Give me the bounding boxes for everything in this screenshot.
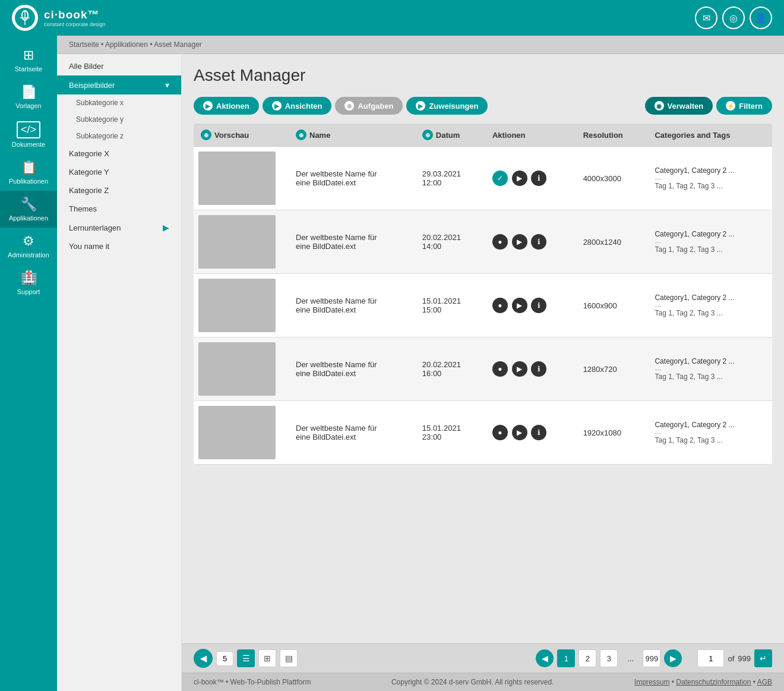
circle-action-btn[interactable]: ● [492, 298, 508, 313]
circle-action-btn[interactable]: ● [492, 234, 508, 250]
page-2-btn[interactable]: 2 [578, 649, 596, 667]
page-1-btn[interactable]: 1 [557, 649, 575, 667]
verwalten-button[interactable]: ◉ Verwalten [645, 97, 713, 115]
sidebar-item-subkategorie-y[interactable]: Subkategorie y [57, 111, 181, 128]
view-compact-btn[interactable]: ▤ [280, 649, 298, 667]
file-name: Der weltbeste Name für eine BildDatei.ex… [296, 233, 408, 251]
cat-cell: Category1, Category 2 ... --- Tag 1, Tag… [647, 274, 772, 337]
user-icon-btn[interactable]: 👤 [750, 7, 772, 29]
sidebar-item-kategorie-z[interactable]: Kategorie Z [57, 181, 181, 200]
sidebar-item-alle-bilder[interactable]: Alle Bilder [57, 57, 181, 75]
page-ellipsis: ... [621, 649, 639, 667]
zuweisungen-button[interactable]: ▶ Zuweisungen [406, 97, 488, 115]
breadcrumb-bar: Startseite • Applikationen • Asset Manag… [57, 36, 784, 54]
page-3-btn[interactable]: 3 [600, 649, 618, 667]
sidebar-item-vorlagen[interactable]: 📄 Vorlagen [0, 78, 57, 115]
info-action-btn[interactable]: ℹ [531, 171, 546, 186]
cat-cell: Category1, Category 2 ... --- Tag 1, Tag… [647, 210, 772, 274]
sidebar-item-startseite[interactable]: ⊞ Startseite [0, 42, 57, 78]
actions-cell: ● ▶ ℹ [485, 337, 576, 401]
info-action-btn[interactable]: ℹ [531, 425, 546, 440]
impressum-link[interactable]: Impressum [634, 678, 669, 686]
chevron-right-icon: ▶ [163, 223, 169, 232]
sidebar-item-themes[interactable]: Themes [57, 200, 181, 218]
startseite-label: Startseite [15, 65, 42, 72]
toolbar: ▶ Aktionen ▶ Ansichten ⊕ Aufgaben ▶ [194, 97, 772, 115]
info-action-btn[interactable]: ℹ [531, 361, 546, 377]
sidebar-item-support[interactable]: 🏥 Support [0, 264, 57, 301]
page-input[interactable] [697, 649, 724, 667]
col-vorschau[interactable]: ⊕ Vorschau [194, 124, 289, 147]
col-resolution: Resolution [576, 124, 648, 147]
prev-page-btn[interactable]: ◀ [194, 649, 213, 668]
date-cell: 15.01.2021 23:00 [415, 401, 485, 465]
thumb-cell [194, 210, 289, 274]
view-list-btn[interactable]: ☰ [237, 649, 255, 667]
check-action-btn[interactable]: ✓ [492, 171, 508, 186]
sidebar-item-dokumente[interactable]: </> Dokumente [0, 115, 57, 154]
play-action-btn[interactable]: ▶ [512, 361, 527, 377]
zuweisungen-icon: ▶ [416, 101, 425, 111]
filtern-icon: ⚡ [726, 101, 735, 111]
file-name: Der weltbeste Name für eine BildDatei.ex… [296, 360, 408, 378]
applikationen-icon: 🔧 [21, 197, 37, 212]
footer-center: Copyright © 2024 d-serv GmbH. All rights… [391, 678, 554, 686]
startseite-icon: ⊞ [23, 48, 34, 63]
cat-cell: Category1, Category 2 ... --- Tag 1, Tag… [647, 337, 772, 401]
page-prev-arrow[interactable]: ◀ [536, 649, 554, 667]
logo-area[interactable]: ci·book™ constant corporate design [12, 5, 106, 31]
email-icon-btn[interactable]: ✉ [695, 7, 717, 29]
ansichten-button[interactable]: ▶ Ansichten [263, 97, 332, 115]
page-title: Asset Manager [194, 66, 772, 85]
date-cell: 20.02.2021 14:00 [415, 210, 485, 274]
agb-link[interactable]: AGB [757, 678, 772, 686]
thumbnail [198, 279, 276, 332]
name-cell: Der weltbeste Name für eine BildDatei.ex… [289, 210, 415, 274]
info-action-btn[interactable]: ℹ [531, 234, 546, 250]
circle-action-btn[interactable]: ● [492, 361, 508, 377]
sidebar-item-subkategorie-x[interactable]: Subkategorie x [57, 94, 181, 111]
col-datum[interactable]: ⊕ Datum [415, 124, 485, 147]
play-action-btn[interactable]: ▶ [512, 171, 527, 186]
datenschutz-link[interactable]: Datenschutzinformation [676, 678, 751, 686]
play-action-btn[interactable]: ▶ [512, 425, 527, 440]
name-cell: Der weltbeste Name für eine BildDatei.ex… [289, 274, 415, 337]
play-action-btn[interactable]: ▶ [512, 298, 527, 313]
sidebar-item-kategorie-x[interactable]: Kategorie X [57, 144, 181, 163]
page-next-arrow[interactable]: ▶ [664, 649, 682, 667]
col-name[interactable]: ⊕ Name [289, 124, 415, 147]
breadcrumb-text: Startseite • Applikationen • Asset Manag… [69, 40, 202, 49]
page-content: Asset Manager ▶ Aktionen ▶ Ansichten ⊕ [182, 54, 784, 691]
sidebar-item-applikationen[interactable]: 🔧 Applikationen [0, 191, 57, 228]
vorlagen-icon: 📄 [21, 84, 37, 100]
filtern-button[interactable]: ⚡ Filtern [716, 97, 772, 115]
content-with-sidebar: Alle Bilder Beispielbilder ▾ Subkategori… [57, 54, 784, 691]
chevron-down-icon: ▾ [165, 80, 169, 90]
sidebar-item-administration[interactable]: ⚙ Administration [0, 228, 57, 264]
date-cell: 15.01.2021 15:00 [415, 274, 485, 337]
compass-icon-btn[interactable]: ◎ [722, 7, 745, 29]
play-action-btn[interactable]: ▶ [512, 234, 527, 250]
administration-icon: ⚙ [23, 234, 34, 249]
aufgaben-button[interactable]: ⊕ Aufgaben [335, 97, 403, 115]
cat-cell: Category1, Category 2 ... --- Tag 1, Tag… [647, 147, 772, 210]
name-cell: Der weltbeste Name für eine BildDatei.ex… [289, 147, 415, 210]
aktionen-button[interactable]: ▶ Aktionen [194, 97, 259, 115]
resolution-cell: 1920x1080 [576, 401, 648, 465]
circle-action-btn[interactable]: ● [492, 425, 508, 440]
thumb-cell [194, 401, 289, 465]
file-name: Der weltbeste Name für eine BildDatei.ex… [296, 169, 408, 187]
sidebar-item-publikationen[interactable]: 📋 Publikationen [0, 154, 57, 191]
sidebar-item-lernunterlagen[interactable]: Lernunterlagen ▶ [57, 218, 181, 237]
sidebar-item-subkategorie-z[interactable]: Subkategorie z [57, 128, 181, 144]
page-last-btn[interactable]: 999 [643, 649, 660, 667]
sidebar-item-kategorie-y[interactable]: Kategorie Y [57, 163, 181, 181]
sidebar-item-you-name-it[interactable]: You name it [57, 237, 181, 255]
go-btn[interactable]: ↵ [754, 649, 772, 667]
info-action-btn[interactable]: ℹ [531, 298, 546, 313]
sidebar-item-beispielbilder[interactable]: Beispielbilder ▾ [57, 75, 181, 94]
table-row: Der weltbeste Name für eine BildDatei.ex… [194, 337, 772, 401]
logo-circle [12, 5, 38, 31]
view-grid-btn[interactable]: ⊞ [258, 649, 276, 667]
resolution-cell: 2800x1240 [576, 210, 648, 274]
